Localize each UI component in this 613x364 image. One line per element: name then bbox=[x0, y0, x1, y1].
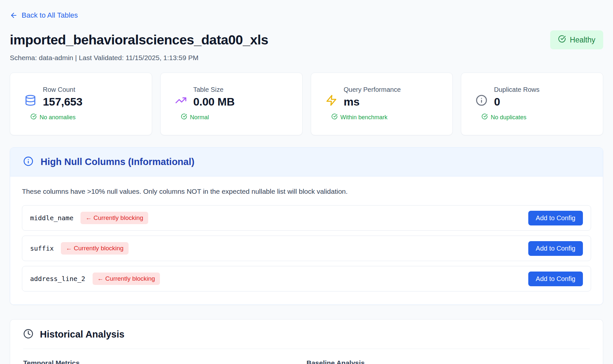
check-circle-icon bbox=[482, 113, 488, 121]
clock-icon bbox=[23, 329, 33, 340]
metric-status-label: No anomalies bbox=[40, 114, 76, 121]
column-name: address_line_2 bbox=[30, 275, 85, 283]
currently-blocking-badge: ← Currently blocking bbox=[61, 242, 128, 255]
baseline-analysis-column: Baseline Analysis bbox=[306, 359, 590, 364]
baseline-analysis-heading: Baseline Analysis bbox=[306, 359, 590, 364]
high-null-columns-body: These columns have >10% null values. Onl… bbox=[10, 176, 603, 305]
zap-icon bbox=[325, 94, 337, 108]
info-icon bbox=[23, 156, 33, 168]
header-row: imported_behavioralsciences_data00_xls H… bbox=[10, 30, 603, 49]
metric-status: No duplicates bbox=[482, 113, 596, 121]
check-circle-icon bbox=[30, 113, 37, 121]
metric-card-table-size: Table Size 0.00 MB Normal bbox=[160, 73, 303, 135]
info-icon bbox=[476, 94, 487, 108]
check-circle-icon bbox=[558, 35, 566, 45]
historical-analysis-section: Historical Analysis Temporal Metrics Bas… bbox=[10, 319, 603, 364]
historical-analysis-header: Historical Analysis bbox=[23, 329, 590, 349]
status-badge-label: Healthy bbox=[570, 36, 595, 44]
status-badge: Healthy bbox=[550, 30, 603, 49]
table-meta-subtitle: Schema: data-admin | Last Validated: 11/… bbox=[10, 54, 603, 62]
high-null-columns-section: High Null Columns (Informational) These … bbox=[10, 147, 603, 305]
back-to-all-tables-link[interactable]: Back to All Tables bbox=[10, 11, 78, 20]
add-to-config-button[interactable]: Add to Config bbox=[528, 241, 583, 256]
metric-value: 0 bbox=[494, 95, 539, 108]
metric-value: 0.00 MB bbox=[193, 95, 235, 108]
null-column-row-middle-name: middle_name ← Currently blocking Add to … bbox=[22, 205, 591, 231]
null-column-row-address-line-2: address_line_2 ← Currently blocking Add … bbox=[22, 266, 591, 291]
database-icon bbox=[25, 94, 36, 108]
currently-blocking-badge: ← Currently blocking bbox=[80, 212, 148, 224]
trending-up-icon bbox=[175, 94, 187, 108]
historical-analysis-columns: Temporal Metrics Baseline Analysis bbox=[23, 359, 590, 364]
high-null-columns-header: High Null Columns (Informational) bbox=[10, 148, 603, 176]
metric-status-label: Normal bbox=[190, 114, 209, 121]
temporal-metrics-heading: Temporal Metrics bbox=[23, 359, 306, 364]
metric-value: ms bbox=[344, 95, 401, 108]
metric-label: Table Size bbox=[193, 86, 235, 93]
null-column-list: middle_name ← Currently blocking Add to … bbox=[22, 205, 591, 291]
check-circle-icon bbox=[331, 113, 338, 121]
metric-card-query-performance: Query Performance ms Within benchmark bbox=[311, 73, 453, 135]
metric-label: Row Count bbox=[43, 86, 82, 93]
temporal-metrics-column: Temporal Metrics bbox=[23, 359, 306, 364]
metric-label: Query Performance bbox=[344, 86, 401, 93]
section-description: These columns have >10% null values. Onl… bbox=[22, 188, 591, 195]
metric-status: Within benchmark bbox=[331, 113, 446, 121]
metric-status: No anomalies bbox=[30, 113, 145, 121]
currently-blocking-badge: ← Currently blocking bbox=[93, 273, 160, 285]
metric-card-duplicate-rows: Duplicate Rows 0 No duplicates bbox=[461, 73, 603, 135]
metric-cards: Row Count 157,653 No anomalies Table Siz… bbox=[10, 73, 603, 135]
arrow-left-icon bbox=[10, 11, 18, 19]
metric-status-label: No duplicates bbox=[491, 114, 526, 121]
metric-status-label: Within benchmark bbox=[341, 114, 388, 121]
metric-label: Duplicate Rows bbox=[494, 86, 539, 93]
column-name: suffix bbox=[30, 244, 54, 252]
metric-card-row-count: Row Count 157,653 No anomalies bbox=[10, 73, 152, 135]
add-to-config-button[interactable]: Add to Config bbox=[528, 211, 583, 225]
page-title: imported_behavioralsciences_data00_xls bbox=[10, 32, 268, 48]
null-column-row-suffix: suffix ← Currently blocking Add to Confi… bbox=[22, 236, 591, 261]
metric-status: Normal bbox=[181, 113, 296, 121]
metric-value: 157,653 bbox=[43, 95, 82, 108]
table-detail-page: Back to All Tables imported_behavioralsc… bbox=[0, 0, 613, 364]
section-title: Historical Analysis bbox=[40, 329, 124, 340]
section-title: High Null Columns (Informational) bbox=[41, 157, 194, 167]
add-to-config-button[interactable]: Add to Config bbox=[528, 272, 583, 286]
check-circle-icon bbox=[181, 113, 187, 121]
column-name: middle_name bbox=[30, 214, 73, 222]
back-link-label: Back to All Tables bbox=[22, 11, 78, 20]
